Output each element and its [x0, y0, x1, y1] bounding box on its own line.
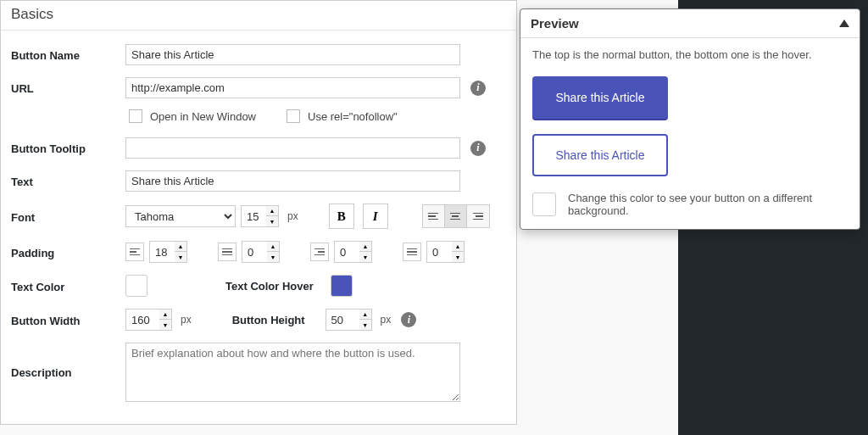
padding-left-input[interactable]	[149, 241, 175, 263]
button-width-input[interactable]	[125, 309, 159, 331]
button-height-input[interactable]	[326, 309, 359, 331]
align-right-button[interactable]	[467, 205, 489, 227]
spinner[interactable]: ▲▼	[159, 309, 172, 331]
text-input[interactable]	[125, 170, 460, 192]
label-text: Text	[11, 174, 125, 188]
preview-caption: The top is the normal button, the bottom…	[532, 48, 848, 61]
preview-title: Preview	[531, 16, 579, 31]
padding-left-icon	[125, 243, 144, 261]
text-align-group	[422, 204, 490, 228]
basics-panel: Basics Button Name URL i	[0, 0, 517, 425]
preview-panel: Preview The top is the normal button, th…	[520, 8, 860, 230]
description-textarea[interactable]	[125, 343, 460, 402]
preview-button-normal: Share this Article	[532, 76, 668, 119]
text-color-swatch[interactable]	[125, 275, 147, 297]
label-text-color: Text Color	[11, 279, 125, 293]
px-label: px	[287, 210, 298, 222]
label-description: Description	[11, 343, 125, 379]
info-icon[interactable]: i	[470, 81, 486, 96]
spinner[interactable]: ▲▼	[359, 309, 372, 331]
padding-bottom-input[interactable]	[426, 241, 452, 263]
button-name-input[interactable]	[125, 44, 460, 65]
preview-bg-swatch[interactable]	[532, 192, 556, 216]
open-new-window-label: Open in New Window	[150, 110, 256, 123]
align-center-button[interactable]	[445, 205, 467, 227]
label-text-color-hover: Text Color Hover	[225, 280, 314, 293]
label-button-width: Button Width	[11, 313, 125, 327]
padding-right-icon	[310, 243, 329, 261]
label-padding: Padding	[11, 245, 125, 259]
info-icon[interactable]: i	[401, 312, 416, 327]
px-label: px	[381, 314, 392, 326]
font-size-input[interactable]	[241, 205, 266, 227]
px-label: px	[181, 314, 192, 326]
text-color-hover-swatch[interactable]	[331, 275, 353, 297]
spinner[interactable]: ▲▼	[267, 241, 280, 263]
label-url: URL	[11, 81, 125, 95]
label-tooltip: Button Tooltip	[11, 141, 125, 155]
nofollow-checkbox[interactable]	[287, 109, 300, 123]
padding-bottom-icon	[403, 243, 421, 261]
collapse-icon[interactable]	[839, 20, 849, 27]
italic-button[interactable]: I	[363, 204, 388, 229]
bold-button[interactable]: B	[329, 204, 354, 229]
open-new-window-checkbox[interactable]	[129, 109, 142, 123]
panel-title: Basics	[1, 1, 516, 31]
align-left-button[interactable]	[423, 205, 445, 227]
spinner[interactable]: ▲▼	[452, 241, 465, 263]
preview-footer-text: Change this color to see your button on …	[568, 192, 848, 217]
preview-button-hover: Share this Article	[532, 134, 668, 176]
padding-right-input[interactable]	[334, 241, 359, 263]
font-size-spinner[interactable]: ▲▼	[266, 205, 279, 227]
label-button-height: Button Height	[232, 314, 305, 326]
info-icon[interactable]: i	[470, 141, 486, 156]
label-button-name: Button Name	[11, 47, 125, 62]
nofollow-label: Use rel="nofollow"	[308, 110, 398, 123]
tooltip-input[interactable]	[125, 137, 460, 159]
spinner[interactable]: ▲▼	[175, 241, 187, 263]
font-family-select[interactable]: Tahoma	[125, 205, 236, 227]
label-font: Font	[11, 209, 125, 224]
padding-top-input[interactable]	[242, 241, 267, 263]
url-input[interactable]	[125, 77, 460, 98]
spinner[interactable]: ▲▼	[359, 241, 372, 263]
padding-top-icon	[218, 243, 236, 261]
